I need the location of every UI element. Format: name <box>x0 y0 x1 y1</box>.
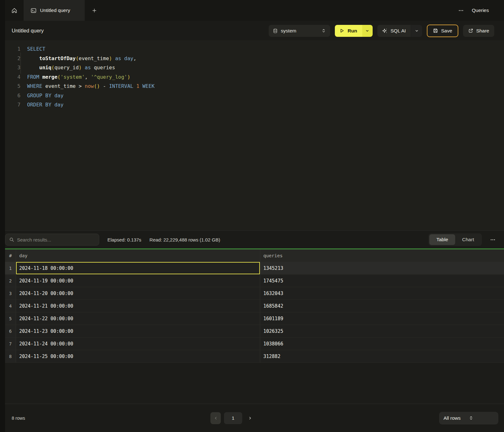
home-icon <box>11 7 18 14</box>
queries-cell[interactable]: 1601189 <box>260 312 504 325</box>
queries-cell[interactable]: 1685842 <box>260 300 504 312</box>
queries-cell[interactable]: 1345213 <box>260 262 504 275</box>
page-title: Untitled query <box>12 28 44 34</box>
code-line[interactable]: 4FROM merge('system', '^query_log') <box>12 72 504 82</box>
code-line[interactable]: 1SELECT <box>12 44 504 54</box>
queries-cell[interactable]: 1632043 <box>260 287 504 300</box>
row-index-cell[interactable]: 1 <box>5 262 16 275</box>
code-text: toStartOfDay(event_time) as day, <box>20 54 136 63</box>
day-cell[interactable]: 2024-11-21 00:00:00 <box>16 300 260 312</box>
day-cell[interactable]: 2024-11-24 00:00:00 <box>16 338 260 350</box>
previous-page-button[interactable] <box>210 412 221 424</box>
run-button-label: Run <box>348 28 357 34</box>
database-select-value: system <box>281 28 318 34</box>
topbar-right-actions: Queries <box>458 0 504 21</box>
tab-untitled-query[interactable]: Untitled query <box>24 0 85 21</box>
tab-chart-view[interactable]: Chart <box>455 234 481 245</box>
tab-dirty-dot <box>75 9 78 12</box>
code-text: FROM merge('system', '^query_log') <box>20 72 130 82</box>
tab-title: Untitled query <box>40 8 70 13</box>
top-tab-bar: Untitled query Queries <box>5 0 504 21</box>
row-index-cell[interactable]: 7 <box>5 338 16 350</box>
day-cell[interactable]: 2024-11-25 00:00:00 <box>16 350 260 363</box>
results-table-empty-area <box>5 363 504 404</box>
code-line[interactable]: 2 toStartOfDay(event_time) as day, <box>12 54 504 63</box>
ellipsis-icon <box>458 8 464 13</box>
run-button-group: Run <box>335 25 373 37</box>
sql-ai-button-group: SQL AI <box>377 25 422 37</box>
results-table-header: # day queries <box>5 249 504 262</box>
view-toggle: Table Chart <box>428 233 482 246</box>
row-index-cell[interactable]: 3 <box>5 287 16 300</box>
new-tab-button[interactable] <box>85 0 104 21</box>
page-size-select[interactable]: All rows <box>439 412 498 424</box>
topbar-more-button[interactable] <box>458 8 464 13</box>
sql-ai-options-button[interactable] <box>411 25 422 37</box>
line-number: 3 <box>12 63 20 72</box>
code-text: ORDER BY day <box>20 100 64 110</box>
index-column-header: # <box>5 249 16 262</box>
queries-link[interactable]: Queries <box>472 8 489 13</box>
row-index-cell[interactable]: 2 <box>5 275 16 287</box>
day-cell[interactable]: 2024-11-23 00:00:00 <box>16 325 260 338</box>
queries-cell[interactable]: 312882 <box>260 350 504 363</box>
save-button-label: Save <box>441 28 452 34</box>
row-index-cell[interactable]: 6 <box>5 325 16 338</box>
page-number-button[interactable]: 1 <box>224 412 242 424</box>
save-button[interactable]: Save <box>427 25 458 37</box>
results-table-body: 12024-11-18 00:00:00134521322024-11-19 0… <box>5 262 504 363</box>
queries-cell[interactable]: 1038066 <box>260 338 504 350</box>
sql-ai-button[interactable]: SQL AI <box>377 25 411 37</box>
search-results-box <box>5 234 99 246</box>
code-line[interactable]: 3 uniq(query_id) as queries <box>12 63 504 72</box>
row-index-cell[interactable]: 8 <box>5 350 16 363</box>
queries-cell[interactable]: 1026325 <box>260 325 504 338</box>
header-actions: system Run <box>269 25 494 37</box>
share-icon <box>468 28 473 33</box>
row-index-cell[interactable]: 5 <box>5 312 16 325</box>
code-text: GROUP BY day <box>20 91 64 100</box>
results-toolbar: Elapsed: 0.137s Read: 22,229,488 rows (1… <box>5 231 504 248</box>
queries-cell[interactable]: 1745475 <box>260 275 504 287</box>
day-cell[interactable]: 2024-11-22 00:00:00 <box>16 312 260 325</box>
query-header: Untitled query system Run <box>5 21 504 41</box>
day-cell[interactable]: 2024-11-20 00:00:00 <box>16 287 260 300</box>
updown-chevron-icon <box>469 416 494 420</box>
chevron-right-icon <box>248 416 252 420</box>
next-page-button[interactable] <box>245 412 255 424</box>
run-button[interactable]: Run <box>335 25 362 37</box>
plus-icon <box>92 8 97 13</box>
database-select[interactable]: system <box>269 25 330 37</box>
tab-table-view[interactable]: Table <box>429 234 455 245</box>
pagination: 1 <box>210 412 255 424</box>
line-number: 5 <box>12 82 20 91</box>
code-text: WHERE event_time > now() - INTERVAL 1 WE… <box>20 82 155 91</box>
row-count: 8 rows <box>12 416 25 421</box>
code-line[interactable]: 6GROUP BY day <box>12 91 504 100</box>
results-more-button[interactable] <box>490 237 495 242</box>
day-column-header[interactable]: day <box>16 249 260 262</box>
code-line[interactable]: 7ORDER BY day <box>12 100 504 110</box>
sql-console-app: Untitled query Queries Untitled query <box>0 0 504 432</box>
day-cell[interactable]: 2024-11-19 00:00:00 <box>16 275 260 287</box>
read-stat: Read: 22,229,488 rows (1.02 GB) <box>150 237 220 242</box>
line-number: 1 <box>12 44 20 54</box>
sql-editor[interactable]: 1SELECT2 toStartOfDay(event_time) as day… <box>5 41 504 231</box>
sql-ai-button-label: SQL AI <box>391 28 406 34</box>
share-button-label: Share <box>476 28 489 34</box>
ellipsis-icon <box>490 237 495 242</box>
row-index-cell[interactable]: 4 <box>5 300 16 312</box>
search-results-input[interactable] <box>17 237 95 242</box>
line-number: 7 <box>12 100 20 110</box>
home-button[interactable] <box>5 0 24 21</box>
share-button[interactable]: Share <box>463 25 494 37</box>
run-options-button[interactable] <box>362 25 373 37</box>
play-icon <box>339 28 345 33</box>
updown-chevron-icon <box>321 28 326 33</box>
chevron-down-icon <box>415 29 419 33</box>
code-text: SELECT <box>20 44 45 54</box>
code-line[interactable]: 5WHERE event_time > now() - INTERVAL 1 W… <box>12 82 504 91</box>
queries-column-header[interactable]: queries <box>260 249 504 262</box>
page-size-value: All rows <box>444 415 469 421</box>
day-cell[interactable]: 2024-11-18 00:00:00 <box>16 262 260 275</box>
